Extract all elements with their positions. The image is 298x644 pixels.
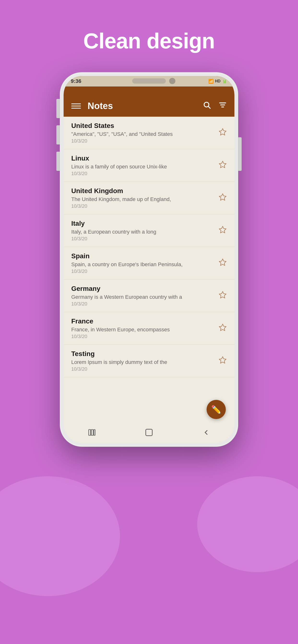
note-date: 10/3/20 [71, 366, 214, 372]
note-date: 10/3/20 [71, 301, 214, 307]
note-item[interactable]: United Kingdom The United Kingdom, made … [64, 182, 234, 214]
home-button[interactable] [145, 428, 153, 439]
phone-inner: 9:36 📶 HD 🔋 Notes [64, 76, 234, 443]
note-item[interactable]: France France, in Western Europe, encomp… [64, 312, 234, 345]
toolbar-title: Notes [88, 101, 203, 111]
note-content: Linux Linux is a family of open source U… [71, 154, 214, 176]
note-date: 10/3/20 [71, 171, 214, 176]
note-item[interactable]: Testing Lorem Ipsum is simply dummy text… [64, 345, 234, 377]
svg-marker-11 [219, 324, 226, 330]
note-date: 10/3/20 [71, 334, 214, 339]
note-preview: Linux is a family of open source Unix-li… [71, 164, 214, 170]
note-title: Italy [71, 220, 214, 227]
note-content: United Kingdom The United Kingdom, made … [71, 187, 214, 209]
note-title: Spain [71, 252, 214, 260]
star-button[interactable] [219, 193, 227, 203]
status-icons: 📶 HD 🔋 [208, 78, 227, 84]
notch-area: 9:36 📶 HD 🔋 [64, 76, 234, 86]
svg-marker-8 [219, 226, 226, 233]
svg-rect-16 [146, 429, 152, 436]
note-item[interactable]: United States "America", "US", "USA", an… [64, 117, 234, 149]
star-button[interactable] [219, 258, 227, 268]
note-content: Germany Germany is a Western European co… [71, 285, 214, 307]
note-preview: "America", "US", "USA", and "United Stat… [71, 131, 214, 137]
note-content: Testing Lorem Ipsum is simply dummy text… [71, 350, 214, 372]
camera-icon [169, 78, 175, 84]
svg-marker-6 [219, 161, 226, 168]
note-item[interactable]: Italy Italy, a European country with a l… [64, 214, 234, 247]
note-date: 10/3/20 [71, 204, 214, 209]
toolbar-actions [203, 101, 227, 111]
pencil-icon: ✏️ [211, 405, 221, 414]
note-preview: Italy, a European country with a long [71, 229, 214, 235]
status-time: 9:36 [71, 78, 81, 84]
notes-list: United States "America", "US", "USA", an… [64, 117, 234, 402]
app-toolbar: Notes [64, 95, 234, 117]
svg-rect-14 [91, 430, 93, 435]
hd-icon: HD [215, 79, 221, 84]
note-item[interactable]: Linux Linux is a family of open source U… [64, 149, 234, 182]
phone-frame: 9:36 📶 HD 🔋 Notes [60, 72, 238, 446]
svg-rect-15 [94, 430, 95, 435]
note-content: France France, in Western Europe, encomp… [71, 318, 214, 339]
note-preview: France, in Western Europe, encompasses [71, 326, 214, 333]
note-preview: Germany is a Western European country wi… [71, 294, 214, 300]
svg-marker-7 [219, 194, 226, 200]
note-date: 10/3/20 [71, 268, 214, 274]
star-button[interactable] [219, 356, 227, 366]
note-title: Testing [71, 350, 214, 358]
svg-rect-13 [89, 430, 91, 435]
note-date: 10/3/20 [71, 138, 214, 144]
note-preview: Spain, a country on Europe's Iberian Pen… [71, 262, 214, 268]
note-item[interactable]: Germany Germany is a Western European co… [64, 280, 234, 312]
notch-pill [132, 78, 166, 84]
svg-marker-10 [219, 291, 226, 298]
svg-marker-5 [219, 128, 226, 135]
note-item[interactable]: Spain Spain, a country on Europe's Iberi… [64, 247, 234, 280]
status-bar: 9:36 📶 HD 🔋 [64, 76, 234, 95]
note-title: Germany [71, 285, 214, 292]
add-note-fab[interactable]: ✏️ [207, 400, 226, 419]
note-preview: Lorem Ipsum is simply dummy text of the [71, 359, 214, 365]
note-content: Spain Spain, a country on Europe's Iberi… [71, 252, 214, 274]
bottom-nav [64, 424, 234, 443]
note-title: Linux [71, 154, 214, 162]
star-button[interactable] [219, 160, 227, 170]
star-button[interactable] [219, 324, 227, 334]
search-button[interactable] [203, 101, 211, 111]
fab-area: ✏️ [64, 402, 234, 424]
note-content: Italy Italy, a European country with a l… [71, 220, 214, 242]
svg-marker-12 [219, 356, 226, 363]
note-preview: The United Kingdom, made up of England, [71, 196, 214, 202]
note-title: France [71, 318, 214, 325]
note-date: 10/3/20 [71, 236, 214, 242]
star-button[interactable] [219, 128, 227, 138]
battery-icon: 🔋 [222, 78, 227, 84]
recent-apps-button[interactable] [88, 428, 96, 438]
star-button[interactable] [219, 226, 227, 236]
star-button[interactable] [219, 291, 227, 301]
note-title: United States [71, 122, 214, 130]
svg-line-1 [208, 106, 210, 108]
svg-marker-9 [219, 259, 226, 265]
signal-icon: 📶 [208, 78, 214, 84]
page-title: Clean design [83, 29, 215, 54]
back-button[interactable] [202, 428, 210, 438]
note-title: United Kingdom [71, 187, 214, 195]
note-content: United States "America", "US", "USA", an… [71, 122, 214, 144]
menu-button[interactable] [71, 104, 81, 108]
filter-button[interactable] [219, 101, 227, 111]
